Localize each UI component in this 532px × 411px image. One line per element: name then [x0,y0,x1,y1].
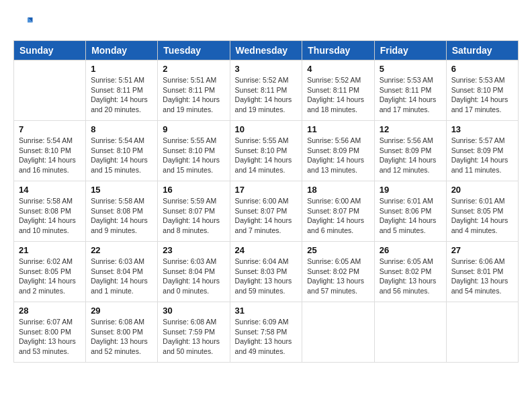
calendar-cell: 19Sunrise: 6:01 AM Sunset: 8:06 PM Dayli… [374,181,446,242]
calendar-cell: 24Sunrise: 6:04 AM Sunset: 8:03 PM Dayli… [230,242,302,302]
day-number: 23 [163,245,224,255]
calendar-cell: 11Sunrise: 5:56 AM Sunset: 8:09 PM Dayli… [302,121,374,181]
day-info: Sunrise: 5:58 AM Sunset: 8:08 PM Dayligh… [91,196,152,236]
calendar-cell: 15Sunrise: 5:58 AM Sunset: 8:08 PM Dayli… [86,181,158,242]
day-info: Sunrise: 5:55 AM Sunset: 8:10 PM Dayligh… [163,136,224,175]
day-info: Sunrise: 6:01 AM Sunset: 8:06 PM Dayligh… [380,196,441,236]
day-info: Sunrise: 6:01 AM Sunset: 8:05 PM Dayligh… [451,196,513,236]
weekday-header-tuesday: Tuesday [158,41,230,60]
day-info: Sunrise: 6:05 AM Sunset: 8:02 PM Dayligh… [380,257,441,296]
day-number: 15 [91,185,152,195]
calendar-week-row-4: 21Sunrise: 6:02 AM Sunset: 8:05 PM Dayli… [14,242,519,302]
day-number: 6 [451,64,513,74]
day-number: 3 [235,64,298,74]
calendar-cell: 7Sunrise: 5:54 AM Sunset: 8:10 PM Daylig… [14,121,86,181]
calendar-week-row-2: 7Sunrise: 5:54 AM Sunset: 8:10 PM Daylig… [14,121,519,181]
day-number: 5 [380,64,441,74]
day-info: Sunrise: 6:05 AM Sunset: 8:02 PM Dayligh… [307,257,369,296]
weekday-header-row: SundayMondayTuesdayWednesdayThursdayFrid… [14,41,519,60]
calendar-cell: 28Sunrise: 6:07 AM Sunset: 8:00 PM Dayli… [14,302,86,363]
calendar-cell: 10Sunrise: 5:55 AM Sunset: 8:10 PM Dayli… [230,121,302,181]
day-number: 20 [451,185,513,195]
day-info: Sunrise: 5:51 AM Sunset: 8:11 PM Dayligh… [163,75,224,115]
day-number: 28 [19,306,81,316]
calendar-cell: 14Sunrise: 5:58 AM Sunset: 8:08 PM Dayli… [14,181,86,242]
day-info: Sunrise: 5:56 AM Sunset: 8:09 PM Dayligh… [307,136,369,175]
day-info: Sunrise: 6:06 AM Sunset: 8:01 PM Dayligh… [451,257,513,296]
day-number: 17 [235,185,298,195]
calendar-cell: 30Sunrise: 6:08 AM Sunset: 7:59 PM Dayli… [158,302,230,363]
weekday-header-wednesday: Wednesday [230,41,302,60]
day-number: 8 [91,124,152,134]
day-number: 26 [380,245,441,255]
day-info: Sunrise: 6:08 AM Sunset: 8:00 PM Dayligh… [91,317,152,357]
calendar-table: SundayMondayTuesdayWednesdayThursdayFrid… [13,40,519,363]
calendar-cell: 21Sunrise: 6:02 AM Sunset: 8:05 PM Dayli… [14,242,86,302]
day-info: Sunrise: 6:00 AM Sunset: 8:07 PM Dayligh… [307,196,369,236]
calendar-cell: 5Sunrise: 5:53 AM Sunset: 8:11 PM Daylig… [374,60,446,121]
calendar-cell: 22Sunrise: 6:03 AM Sunset: 8:04 PM Dayli… [86,242,158,302]
day-info: Sunrise: 6:04 AM Sunset: 8:03 PM Dayligh… [235,257,298,296]
calendar-cell: 29Sunrise: 6:08 AM Sunset: 8:00 PM Dayli… [86,302,158,363]
day-number: 22 [91,245,152,255]
day-info: Sunrise: 6:00 AM Sunset: 8:07 PM Dayligh… [235,196,298,236]
weekday-header-sunday: Sunday [14,41,86,60]
day-number: 7 [19,124,81,134]
day-info: Sunrise: 6:03 AM Sunset: 8:04 PM Dayligh… [91,257,152,296]
calendar-cell: 2Sunrise: 5:51 AM Sunset: 8:11 PM Daylig… [158,60,230,121]
calendar-cell: 13Sunrise: 5:57 AM Sunset: 8:09 PM Dayli… [446,121,518,181]
calendar-cell: 3Sunrise: 5:52 AM Sunset: 8:11 PM Daylig… [230,60,302,121]
day-info: Sunrise: 5:56 AM Sunset: 8:09 PM Dayligh… [380,136,441,175]
day-info: Sunrise: 6:09 AM Sunset: 7:58 PM Dayligh… [235,317,298,357]
day-number: 31 [235,306,298,316]
day-info: Sunrise: 6:02 AM Sunset: 8:05 PM Dayligh… [19,257,81,296]
calendar-cell: 18Sunrise: 6:00 AM Sunset: 8:07 PM Dayli… [302,181,374,242]
calendar-cell: 20Sunrise: 6:01 AM Sunset: 8:05 PM Dayli… [446,181,518,242]
calendar-cell: 6Sunrise: 5:53 AM Sunset: 8:10 PM Daylig… [446,60,518,121]
day-number: 13 [451,124,513,134]
day-number: 14 [19,185,81,195]
day-info: Sunrise: 5:55 AM Sunset: 8:10 PM Dayligh… [235,136,298,175]
calendar-cell: 8Sunrise: 5:54 AM Sunset: 8:10 PM Daylig… [86,121,158,181]
calendar-cell [446,302,518,363]
day-info: Sunrise: 5:53 AM Sunset: 8:11 PM Dayligh… [380,75,441,115]
day-info: Sunrise: 5:57 AM Sunset: 8:09 PM Dayligh… [451,136,513,175]
day-number: 25 [307,245,369,255]
day-info: Sunrise: 6:07 AM Sunset: 8:00 PM Dayligh… [19,317,81,357]
day-info: Sunrise: 5:52 AM Sunset: 8:11 PM Dayligh… [235,75,298,115]
day-info: Sunrise: 5:59 AM Sunset: 8:07 PM Dayligh… [163,196,224,236]
calendar-week-row-1: 1Sunrise: 5:51 AM Sunset: 8:11 PM Daylig… [14,60,519,121]
calendar-cell: 1Sunrise: 5:51 AM Sunset: 8:11 PM Daylig… [86,60,158,121]
day-number: 2 [163,64,224,74]
calendar-cell: 9Sunrise: 5:55 AM Sunset: 8:10 PM Daylig… [158,121,230,181]
day-number: 16 [163,185,224,195]
weekday-header-saturday: Saturday [446,41,518,60]
calendar-cell: 27Sunrise: 6:06 AM Sunset: 8:01 PM Dayli… [446,242,518,302]
day-info: Sunrise: 5:51 AM Sunset: 8:11 PM Dayligh… [91,75,152,115]
calendar-cell: 31Sunrise: 6:09 AM Sunset: 7:58 PM Dayli… [230,302,302,363]
day-number: 4 [307,64,369,74]
calendar-cell: 17Sunrise: 6:00 AM Sunset: 8:07 PM Dayli… [230,181,302,242]
calendar-cell: 12Sunrise: 5:56 AM Sunset: 8:09 PM Dayli… [374,121,446,181]
day-info: Sunrise: 5:54 AM Sunset: 8:10 PM Dayligh… [19,136,81,175]
calendar-week-row-3: 14Sunrise: 5:58 AM Sunset: 8:08 PM Dayli… [14,181,519,242]
day-number: 11 [307,124,369,134]
weekday-header-friday: Friday [374,41,446,60]
day-number: 12 [380,124,441,134]
day-number: 9 [163,124,224,134]
day-info: Sunrise: 5:58 AM Sunset: 8:08 PM Dayligh… [19,196,81,236]
day-info: Sunrise: 6:08 AM Sunset: 7:59 PM Dayligh… [163,317,224,357]
calendar-cell: 23Sunrise: 6:03 AM Sunset: 8:04 PM Dayli… [158,242,230,302]
day-number: 30 [163,306,224,316]
calendar-week-row-5: 28Sunrise: 6:07 AM Sunset: 8:00 PM Dayli… [14,302,519,363]
weekday-header-thursday: Thursday [302,41,374,60]
weekday-header-monday: Monday [86,41,158,60]
calendar-cell: 4Sunrise: 5:52 AM Sunset: 8:11 PM Daylig… [302,60,374,121]
logo-icon [13,13,34,34]
day-number: 24 [235,245,298,255]
day-number: 1 [91,64,152,74]
day-info: Sunrise: 5:54 AM Sunset: 8:10 PM Dayligh… [91,136,152,175]
day-info: Sunrise: 5:53 AM Sunset: 8:10 PM Dayligh… [451,75,513,115]
page-header [13,13,519,34]
day-number: 27 [451,245,513,255]
